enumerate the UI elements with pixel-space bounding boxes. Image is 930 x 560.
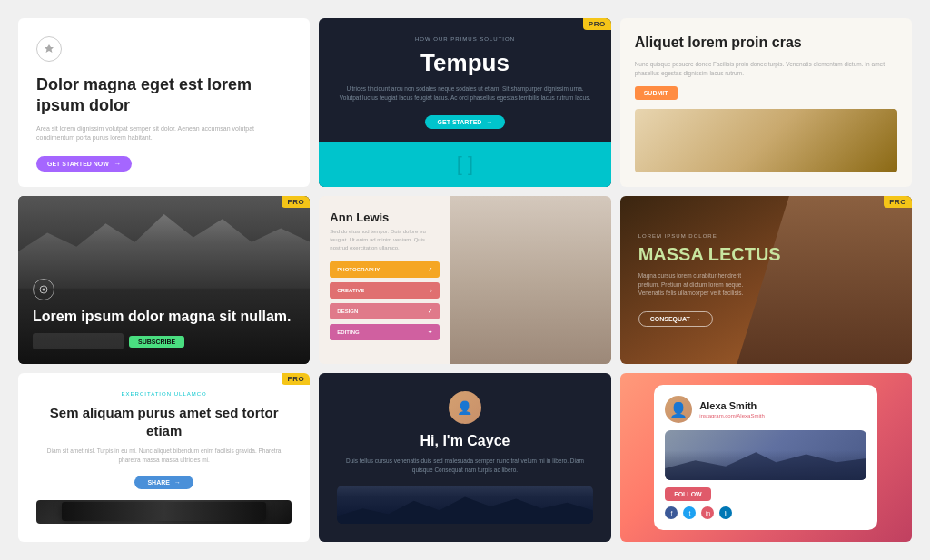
card4-heading: Lorem ipsum dolor magna sit nullam. (33, 308, 295, 327)
card7-device-screen (62, 502, 266, 521)
card5-left: Ann Lewis Sed do eiusmod tempor. Duis do… (319, 196, 450, 365)
card-text-cta: Dolor magna eget est lorem ipsum dolor A… (18, 18, 310, 187)
alexa-info: Alexa Smith instagram.com/AlexaSmith (699, 400, 764, 418)
card3-heading: Aliquet lorem proin cras (635, 34, 897, 53)
card4-content: Lorem ipsum dolor magna sit nullam. SUBS… (33, 279, 295, 350)
card2-bottom-bar: [ ] (319, 142, 610, 187)
cayce-avatar: 👤 (449, 391, 481, 424)
card5-right (450, 196, 611, 365)
alexa-card-image (665, 430, 866, 480)
linkedin-icon[interactable]: li (719, 506, 732, 519)
main-grid: Dolor magna eget est lorem ipsum dolor A… (0, 0, 930, 560)
card5-photo (450, 196, 611, 365)
card8-body: Duis tellus cursus venenatis duis sed ma… (337, 457, 592, 475)
card3-body: Nunc quisque posuere donec Facilisis pro… (635, 60, 897, 78)
bar-photography: PHOTOGRAPHY ✓ (330, 261, 440, 278)
pro-badge: PRO (282, 373, 310, 385)
mountain-silhouette (337, 486, 592, 524)
card1-heading: Dolor magna eget est lorem ipsum dolor (36, 74, 292, 117)
instagram-icon[interactable]: in (701, 506, 714, 519)
card5-desc: Sed do eiusmod tempor. Duis dolore eu fe… (330, 228, 440, 252)
card3-image (635, 109, 897, 172)
follow-button[interactable]: FOLLOW (665, 487, 710, 501)
pro-badge: PRO (884, 196, 912, 208)
bar-editing: EDITING ✦ (330, 324, 440, 340)
card6-cta-button[interactable]: CONSEQUAT (638, 311, 713, 327)
card4-icon (33, 279, 54, 300)
card8-heading: Hi, I'm Cayce (420, 433, 510, 449)
card-massa-lectus: PRO LOREM IPSUM DOLORE MASSA LECTUS Magn… (620, 196, 912, 365)
card3-cta-button[interactable]: SUBMIT (635, 86, 678, 100)
card2-heading: Tempus (337, 49, 592, 77)
card1-body: Area sit lorem dignissim volutpat semper… (36, 124, 292, 143)
card4-cta-button[interactable]: SUBSCRIBE (129, 336, 184, 348)
logo-icon (36, 36, 62, 62)
alexa-profile-card: 👤 Alexa Smith instagram.com/AlexaSmith F… (654, 385, 877, 530)
card6-body: Magna cursus lorem curabitur hendrerit p… (638, 271, 757, 298)
card7-top: Exercitation ullamco Sem aliquam purus a… (36, 391, 292, 489)
card6-label: LOREM IPSUM DOLORE (638, 233, 894, 239)
bar-creative: CREATIVE ♪ (330, 282, 440, 299)
card2-eyebrow: HOW OUR PRIMUS SOLUTION (337, 36, 592, 42)
alexa-handle: instagram.com/AlexaSmith (699, 413, 764, 418)
card8-landscape (337, 486, 592, 524)
profile-header: 👤 Alexa Smith instagram.com/AlexaSmith (665, 396, 866, 423)
alexa-avatar: 👤 (665, 396, 692, 423)
alexa-name: Alexa Smith (699, 400, 764, 411)
card-tempus: PRO HOW OUR PRIMUS SOLUTION Tempus Ultri… (319, 18, 610, 187)
card5-bars: PHOTOGRAPHY ✓ CREATIVE ♪ DESIGN ✓ EDITIN… (330, 261, 440, 340)
card7-heading: Sem aliquam purus amet sed tortor etiam (36, 404, 292, 439)
twitter-icon[interactable]: t (683, 506, 696, 519)
card5-name: Ann Lewis (330, 211, 440, 224)
card7-body: Diam sit amet nisl. Turpis in eu mi. Nun… (36, 447, 292, 465)
card1-cta-button[interactable]: GET STARTED NOW (36, 156, 132, 172)
card6-content: LOREM IPSUM DOLORE MASSA LECTUS Magna cu… (638, 233, 894, 327)
card-aliquet: Aliquet lorem proin cras Nunc quisque po… (620, 18, 912, 187)
facebook-icon[interactable]: f (665, 506, 678, 519)
pro-badge: PRO (282, 196, 310, 208)
card-sem-aliquam: PRO Exercitation ullamco Sem aliquam pur… (18, 373, 310, 542)
pro-badge: PRO (583, 18, 611, 30)
card4-search-bar: SUBSCRIBE (33, 333, 295, 349)
card7-cta-button[interactable]: SHARE (134, 476, 193, 489)
bar-design: DESIGN ✓ (330, 303, 440, 319)
card7-eyebrow: Exercitation ullamco (122, 391, 207, 397)
card-alexa-smith: 👤 Alexa Smith instagram.com/AlexaSmith F… (620, 373, 912, 542)
svg-point-1 (43, 288, 45, 290)
card-cayce: 👤 Hi, I'm Cayce Duis tellus cursus venen… (319, 373, 610, 542)
bracket-icon: [ ] (457, 152, 473, 176)
card6-heading: MASSA LECTUS (638, 244, 894, 264)
card-ann-lewis: Ann Lewis Sed do eiusmod tempor. Duis do… (319, 196, 610, 365)
card4-search-input[interactable] (33, 333, 124, 349)
social-icons: f t in li (665, 506, 866, 519)
card2-cta-button[interactable]: GET STARTED (425, 115, 506, 129)
camera-person-image (450, 196, 611, 365)
card3-top: Aliquet lorem proin cras Nunc quisque po… (635, 33, 897, 102)
card2-body: Ultrices tincidunt arcu non sodales nequ… (337, 84, 592, 103)
card7-device-image (36, 500, 292, 524)
card-landscape-dark: PRO Lorem ipsum dolor magna sit nullam. … (18, 196, 310, 365)
